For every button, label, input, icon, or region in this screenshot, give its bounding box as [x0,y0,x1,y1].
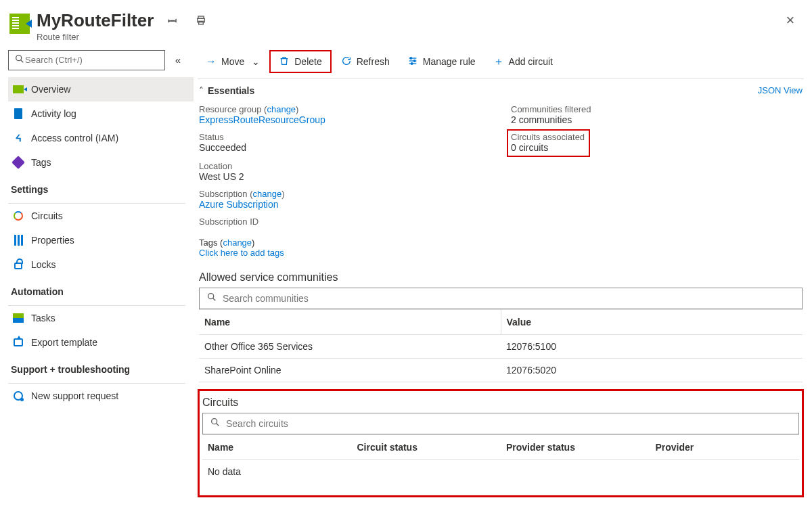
change-resource-group-link[interactable]: change [267,104,296,114]
main-content: → Move Delete Refresh Manage rule [194,46,812,519]
change-subscription-link[interactable]: change [253,189,282,199]
sidebar-item-activity-log[interactable]: Activity log [8,101,194,126]
refresh-button[interactable]: Refresh [333,50,398,73]
support-icon [12,390,24,402]
cell-value: 12076:5020 [501,358,803,382]
toolbar: → Move Delete Refresh Manage rule [198,46,804,78]
sidebar-item-export-template[interactable]: Export template [8,330,194,355]
communities-search[interactable] [199,288,803,309]
communities-search-input[interactable] [223,293,795,304]
svg-point-10 [411,62,413,64]
table-row[interactable]: Other Office 365 Services 12076:5100 [199,334,803,358]
circuits-search[interactable] [202,413,799,434]
overview-icon [12,83,24,95]
delete-button[interactable]: Delete [269,50,331,73]
subscription-id-label: Subscription ID [199,217,491,227]
resource-group-value[interactable]: ExpressRouteResourceGroup [199,114,325,125]
refresh-icon [341,55,352,68]
sidebar-item-label: Access control (IAM) [31,133,118,143]
tags-row: Tags (change) Click here to add tags [198,232,804,262]
iam-icon: ᔦ [12,132,24,144]
col-circuit-status[interactable]: Circuit status [352,434,501,459]
resource-group-label: Resource group (change) [199,104,491,114]
subscription-label: Subscription (change) [199,189,491,199]
change-tags-link[interactable]: change [223,238,252,248]
button-label: Manage rule [423,56,476,67]
circuits-search-input[interactable] [226,418,792,429]
plus-icon: ＋ [493,56,504,67]
communities-filtered-value: 2 communities [511,114,803,125]
circuits-associated-label: Circuits associated [511,132,585,142]
location-value: West US 2 [199,171,491,182]
col-provider-status[interactable]: Provider status [501,434,650,459]
add-tags-link[interactable]: Click here to add tags [199,248,284,258]
circuits-icon [12,210,24,222]
col-name[interactable]: Name [202,434,352,459]
collapse-sidebar-icon[interactable]: « [169,54,187,66]
button-label: Refresh [357,56,390,67]
section-settings: Settings [8,175,194,199]
sidebar-item-locks[interactable]: Locks [8,252,194,277]
no-data-row: No data [202,459,799,483]
circuits-associated-callout: Circuits associated 0 circuits [507,129,590,157]
sidebar-item-overview[interactable]: Overview [8,77,194,101]
button-label: Delete [294,56,321,67]
sidebar-item-label: Circuits [31,210,63,221]
sidebar-item-properties[interactable]: Properties [8,228,194,252]
activity-log-icon [12,108,24,120]
button-label: Add circuit [509,56,553,67]
pin-icon[interactable] [163,11,182,30]
table-row[interactable]: SharePoint Online 12076:5020 [199,358,803,382]
search-icon [210,417,221,430]
status-label: Status [199,132,491,142]
col-name[interactable]: Name [199,309,501,334]
trash-icon [279,55,290,68]
sidebar-item-circuits[interactable]: Circuits [8,204,194,228]
essentials-header[interactable]: ˄ Essentials JSON View [198,78,804,101]
close-icon[interactable]: × [781,11,800,30]
resource-type-label: Route filter [37,32,781,42]
page-title: MyRouteFilter [37,11,154,30]
page-header: MyRouteFilter Route filter × [0,0,812,46]
locks-icon [12,258,24,271]
json-view-link[interactable]: JSON View [758,85,803,95]
sidebar-item-label: Export template [31,337,97,348]
sidebar-item-label: Properties [31,235,74,246]
route-filter-icon [9,14,30,34]
sidebar-item-iam[interactable]: ᔦ Access control (IAM) [8,126,194,150]
location-label: Location [199,161,491,171]
status-value: Succeeded [199,142,491,153]
cell-value: 12076:5100 [501,334,803,358]
essentials-label: Essentials [208,85,254,96]
sidebar-item-tasks[interactable]: Tasks [8,306,194,330]
svg-point-8 [410,57,412,59]
svg-point-9 [413,60,415,62]
sidebar-search[interactable] [8,50,165,70]
move-button[interactable]: → Move [198,50,268,73]
svg-line-14 [217,424,219,426]
print-icon[interactable] [191,11,210,30]
export-icon [12,336,24,348]
sidebar-item-tags[interactable]: Tags [8,150,194,175]
col-value[interactable]: Value [501,309,803,334]
sidebar-search-input[interactable] [25,55,159,65]
button-label: Move [221,56,244,67]
no-data-cell: No data [202,459,799,483]
properties-icon [12,234,24,246]
move-arrow-icon: → [206,56,217,67]
section-automation: Automation [8,277,194,301]
subscription-value[interactable]: Azure Subscription [199,199,279,210]
circuits-title: Circuits [201,394,800,413]
tags-label: Tags [199,238,217,248]
svg-line-4 [21,60,24,63]
chevron-up-icon: ˄ [199,85,204,96]
circuits-table: Name Circuit status Provider status Prov… [202,434,799,483]
add-circuit-button[interactable]: ＋ Add circuit [485,50,561,73]
manage-rule-button[interactable]: Manage rule [399,50,484,73]
col-provider[interactable]: Provider [650,434,800,459]
sliders-icon [407,55,418,68]
sidebar-item-new-support-request[interactable]: New support request [8,384,194,408]
search-icon [14,53,25,66]
svg-point-13 [212,419,217,424]
sidebar-item-label: Tags [31,157,51,168]
